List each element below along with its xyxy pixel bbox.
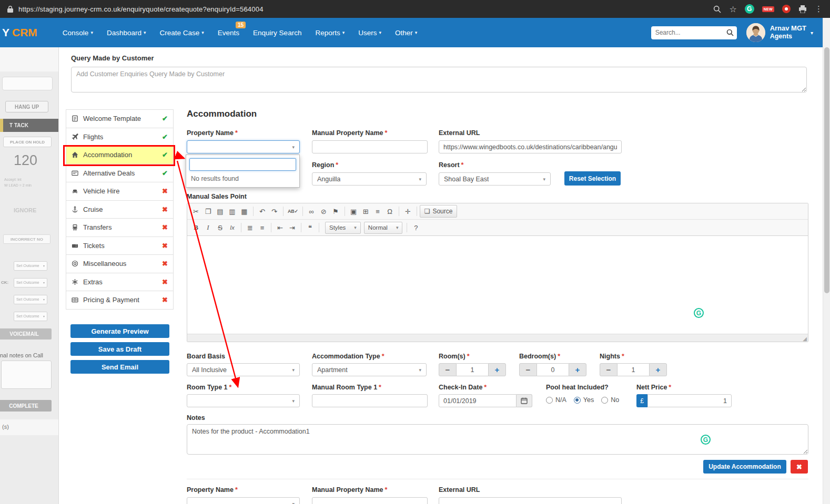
plus-button[interactable]: + (488, 363, 506, 376)
calendar-icon[interactable] (517, 394, 532, 407)
anchor-flag-icon[interactable]: ⚑ (330, 205, 342, 218)
scrollbar-thumb[interactable] (824, 47, 829, 293)
pool-heat-option-n-a[interactable]: N/A (546, 396, 566, 404)
manual-room-type-input[interactable] (312, 394, 428, 407)
room-type-select[interactable]: ▾ (187, 394, 300, 407)
call-notes-textarea[interactable] (1, 361, 52, 389)
unlink-icon[interactable]: ⊘ (318, 205, 330, 218)
link-icon[interactable]: ∞ (306, 205, 318, 218)
set-outcome-select[interactable]: Set Outcome▾ (14, 261, 47, 271)
source-button[interactable]: ❏Source (420, 205, 458, 218)
zoom-icon[interactable] (713, 5, 721, 13)
pool-heat-option-no[interactable]: No (601, 396, 619, 404)
minus-button[interactable]: − (600, 363, 618, 376)
remove-section-button[interactable]: ✖ (791, 460, 808, 474)
nav-item-console[interactable]: Console▾ (63, 29, 93, 37)
browser-menu-icon[interactable]: ⋮ (815, 4, 823, 14)
decrease-indent-icon[interactable]: ⇤ (274, 221, 286, 234)
paste-plain-text-icon[interactable]: ▥ (226, 205, 238, 218)
avatar[interactable] (746, 23, 765, 42)
minus-button[interactable]: − (439, 363, 457, 376)
accommodation-type-select[interactable]: Apartment▾ (312, 363, 427, 376)
horizontal-line-icon[interactable]: ≡ (372, 205, 384, 218)
copy-icon[interactable]: ❐ (202, 205, 214, 218)
resize-handle-icon[interactable]: ◢ (803, 336, 807, 342)
notes-textarea[interactable]: Notes for the product - Accommodation1 (187, 424, 808, 455)
nav-item-events[interactable]: Events15 (218, 29, 239, 37)
url-text[interactable]: https://staging.journey-crm.co.uk/enquir… (18, 5, 264, 13)
paste-from-word-icon[interactable]: ▦ (238, 205, 250, 218)
paste-icon[interactable]: ▤ (214, 205, 226, 218)
grammarly-icon[interactable]: G (694, 308, 704, 318)
numbered-list-icon[interactable]: ≣ (244, 221, 256, 234)
undo-icon[interactable]: ↶ (256, 205, 268, 218)
property-name-select-2[interactable]: ▾ (187, 497, 300, 504)
manual-property-name-input-2[interactable] (312, 497, 428, 504)
new-extension-badge[interactable]: NEW (762, 6, 774, 12)
sidebar-item-welcome-template[interactable]: Welcome Template✔ (66, 109, 174, 128)
plus-button[interactable]: + (569, 363, 586, 376)
set-outcome-select[interactable]: Set Outcome▾ (14, 312, 47, 321)
grammarly-extension-icon[interactable]: G (745, 4, 754, 14)
reset-selection-button[interactable]: Reset Selection (564, 171, 621, 186)
bold-icon[interactable]: B (190, 221, 202, 234)
cut-icon[interactable]: ✂ (190, 205, 202, 218)
ignore-button[interactable]: IGNORE (14, 207, 36, 213)
resort-select[interactable]: Shoal Bay East▾ (439, 172, 551, 186)
search-icon[interactable] (723, 29, 737, 36)
sidebar-item-accommodation[interactable]: Accommodation✔ (66, 146, 174, 164)
query-textarea[interactable] (71, 67, 807, 92)
brand-logo[interactable]: YCRM (2, 26, 37, 39)
strikethrough-icon[interactable]: S (214, 221, 226, 234)
nav-item-create-case[interactable]: Create Case▾ (159, 29, 204, 37)
sidebar-item-alternative-deals[interactable]: Alternative Deals✔ (66, 164, 174, 183)
search-input[interactable] (651, 29, 723, 36)
bookmark-star-icon[interactable]: ☆ (729, 4, 736, 14)
help-icon[interactable]: ? (410, 221, 422, 234)
sidebar-item-pricing-payment[interactable]: Pricing & Payment✖ (66, 291, 174, 310)
sidebar-item-tickets[interactable]: Tickets✖ (66, 236, 174, 255)
bulleted-list-icon[interactable]: ≡ (256, 221, 268, 234)
external-url-input-2[interactable] (439, 497, 622, 504)
maximize-icon[interactable]: ✛ (402, 205, 414, 218)
blockquote-icon[interactable]: ❝ (304, 221, 316, 234)
nav-item-reports[interactable]: Reports▾ (315, 29, 345, 37)
nett-price-input[interactable] (647, 394, 732, 407)
region-select[interactable]: Anguilla▾ (312, 172, 427, 186)
remove-format-icon[interactable]: Ix (226, 221, 238, 234)
extension-icon[interactable] (782, 5, 791, 13)
navbar-search[interactable] (651, 26, 737, 39)
sidebar-item-transfers[interactable]: Transfers✖ (66, 218, 174, 237)
send-email-button[interactable]: Send Email (70, 360, 169, 374)
special-character-icon[interactable]: Ω (384, 205, 396, 218)
redo-icon[interactable]: ↷ (268, 205, 280, 218)
sidebar-item-miscellaneous[interactable]: Miscellaneous✖ (66, 254, 174, 273)
sidebar-item-flights[interactable]: Flights✔ (66, 128, 174, 147)
save-as-draft-button[interactable]: Save as Draft (70, 342, 169, 356)
nav-item-enquiry-search[interactable]: Enquiry Search (253, 29, 301, 37)
check-in-input[interactable] (439, 394, 517, 407)
pool-heat-option-yes[interactable]: Yes (574, 396, 594, 404)
table-icon[interactable]: ⊞ (360, 205, 372, 218)
place-on-hold-button[interactable]: PLACE ON HOLD (3, 137, 52, 147)
image-icon[interactable]: ▣ (348, 205, 360, 218)
sidebar-item-extras[interactable]: Extras✖ (66, 273, 174, 292)
generate-preview-button[interactable]: Generate Preview (70, 324, 169, 338)
nav-item-dashboard[interactable]: Dashboard▾ (107, 29, 146, 37)
external-url-input[interactable] (439, 140, 622, 153)
spell-check-icon[interactable]: AB✓ (286, 205, 300, 218)
sidebar-item-cruise[interactable]: Cruise✖ (66, 200, 174, 219)
editor-content[interactable]: G (187, 236, 808, 334)
set-outcome-select[interactable]: Set Outcome▾ (14, 278, 47, 287)
printer-icon[interactable] (798, 5, 807, 13)
increase-indent-icon[interactable]: ⇥ (286, 221, 298, 234)
dropdown-search-input[interactable] (189, 158, 296, 171)
italic-icon[interactable]: I (202, 221, 214, 234)
plus-button[interactable]: + (649, 363, 667, 376)
sidebar-item-vehicle-hire[interactable]: Vehicle Hire✖ (66, 182, 174, 201)
update-accommodation-button[interactable]: Update Accommodation (703, 460, 786, 474)
minus-button[interactable]: − (519, 363, 537, 376)
nav-item-users[interactable]: Users▾ (358, 29, 381, 37)
styles-select[interactable]: Styles▾ (325, 222, 361, 234)
chevron-down-icon[interactable]: ▾ (811, 30, 813, 36)
